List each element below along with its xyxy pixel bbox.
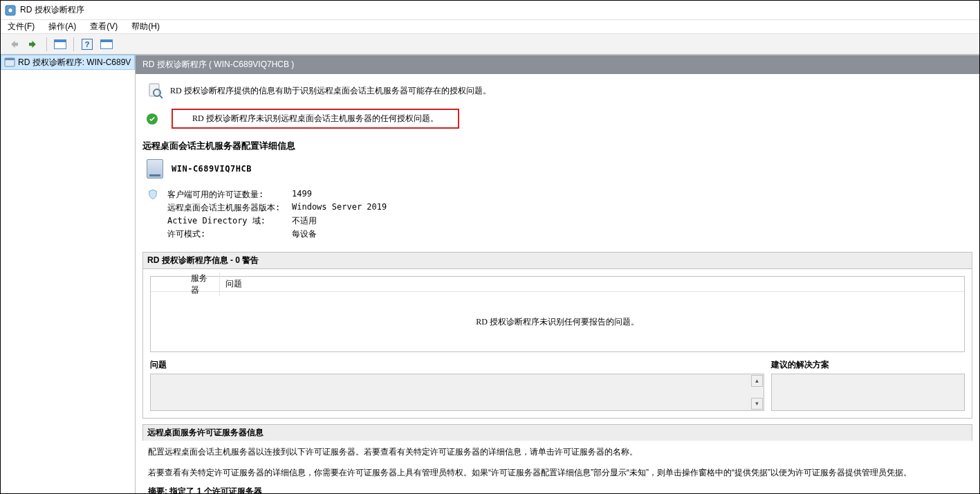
license-server-panel-title: 远程桌面服务许可证服务器信息 [142, 424, 972, 441]
problem-textarea[interactable]: ▲ ▼ [150, 374, 764, 411]
back-button[interactable] [5, 36, 23, 53]
tree-node-icon [4, 57, 15, 68]
svg-point-1 [8, 8, 13, 12]
problem-label: 问题 [150, 359, 764, 371]
content-body: RD 授权诊断程序提供的信息有助于识别远程桌面会话主机服务器可能存在的授权问题。… [136, 74, 979, 493]
license-summary: 摘要: 指定了 1 个许可证服务器 [148, 484, 967, 493]
main-area: RD 授权诊断程序: WIN-C689V RD 授权诊断程序 ( WIN-C68… [1, 55, 979, 493]
window-icon [54, 39, 66, 49]
svg-line-6 [160, 95, 163, 98]
grid-empty-message: RD 授权诊断程序未识别任何要报告的问题。 [151, 292, 964, 351]
toolbar: ? [1, 34, 979, 55]
detail-row: 客户端可用的许可证数量: 1499 [167, 188, 387, 201]
menu-action[interactable]: 操作(A) [46, 21, 79, 33]
tree-item-rd-diag[interactable]: RD 授权诊断程序: WIN-C689V [1, 55, 135, 70]
detail-row: 远程桌面会话主机服务器版本: Windows Server 2019 [167, 201, 387, 214]
warnings-grid[interactable]: 服务器 问题 RD 授权诊断程序未识别任何要报告的问题。 [150, 276, 965, 352]
problem-box: 问题 ▲ ▼ [150, 359, 764, 411]
content-pane: RD 授权诊断程序 ( WIN-C689VIQ7HCB ) RD 授权诊断程序提… [136, 55, 979, 493]
scroll-down-button[interactable]: ▼ [751, 398, 763, 410]
grid-header: 服务器 问题 [151, 277, 964, 292]
server-row: WIN-C689VIQ7HCB [142, 159, 972, 179]
intro-row: RD 授权诊断程序提供的信息有助于识别远程桌面会话主机服务器可能存在的授权问题。 [142, 82, 972, 99]
ad-value: 不适用 [292, 214, 387, 228]
forward-button[interactable] [24, 36, 42, 53]
frame-button-2[interactable] [98, 36, 115, 53]
col-issue[interactable]: 问题 [220, 278, 248, 290]
content-header: RD 授权诊断程序 ( WIN-C689VIQ7HCB ) [136, 55, 979, 74]
detail-row: Active Directory 域: 不适用 [167, 214, 387, 228]
license-server-text: 配置远程桌面会话主机服务器以连接到以下许可证服务器。若要查看有关特定许可证服务器… [142, 441, 972, 493]
problem-solution-row: 问题 ▲ ▼ 建议的解决方案 [150, 359, 965, 411]
shield-icon [147, 188, 159, 201]
license-text-line1: 配置远程桌面会话主机服务器以连接到以下许可证服务器。若要查看有关特定许可证服务器… [148, 445, 967, 460]
scroll-up-button[interactable]: ▲ [751, 375, 763, 387]
toolbar-separator [46, 37, 47, 51]
warnings-panel-title: RD 授权诊断程序信息 - 0 警告 [142, 252, 972, 268]
tree-item-label: RD 授权诊断程序: WIN-C689V [18, 57, 131, 68]
licenses-value: 1499 [292, 188, 387, 201]
config-details: 客户端可用的许可证数量: 1499 远程桌面会话主机服务器版本: Windows… [142, 188, 972, 241]
licenses-label: 客户端可用的许可证数量: [167, 188, 292, 201]
arrow-left-icon [8, 38, 20, 51]
sidebar: RD 授权诊断程序: WIN-C689V [1, 55, 136, 493]
license-text-line2: 若要查看有关特定许可证服务器的详细信息，你需要在许可证服务器上具有管理员特权。如… [148, 466, 967, 481]
app-icon [5, 5, 16, 16]
menu-file[interactable]: 文件(F) [5, 21, 37, 33]
help-button[interactable]: ? [78, 36, 96, 53]
svg-rect-3 [5, 58, 15, 60]
solution-box: 建议的解决方案 [771, 359, 965, 411]
status-row: RD 授权诊断程序未识别远程桌面会话主机服务器的任何授权问题。 [142, 109, 972, 129]
toolbar-separator [73, 37, 74, 51]
ad-label: Active Directory 域: [167, 214, 292, 228]
menubar: 文件(F) 操作(A) 查看(V) 帮助(H) [1, 20, 979, 34]
status-message: RD 授权诊断程序未识别远程桌面会话主机服务器的任何授权问题。 [172, 109, 459, 129]
config-section-title: 远程桌面会话主机服务器配置详细信息 [142, 140, 972, 152]
intro-text: RD 授权诊断程序提供的信息有助于识别远程桌面会话主机服务器可能存在的授权问题。 [170, 85, 491, 97]
scrollbar[interactable]: ▲ ▼ [751, 375, 763, 410]
mode-label: 许可模式: [167, 228, 292, 241]
version-value: Windows Server 2019 [292, 201, 387, 214]
check-ok-icon [147, 113, 158, 125]
arrow-right-icon [27, 38, 39, 51]
solution-label: 建议的解决方案 [771, 359, 965, 371]
help-icon: ? [82, 39, 93, 50]
window-title: RD 授权诊断程序 [20, 4, 84, 16]
titlebar: RD 授权诊断程序 [1, 1, 979, 20]
menu-view[interactable]: 查看(V) [87, 21, 120, 33]
search-doc-icon [147, 82, 163, 99]
warnings-panel: 服务器 问题 RD 授权诊断程序未识别任何要报告的问题。 问题 ▲ ▼ [142, 268, 972, 419]
mode-value: 每设备 [292, 228, 387, 241]
menu-help[interactable]: 帮助(H) [129, 21, 163, 33]
window-icon [100, 39, 113, 49]
version-label: 远程桌面会话主机服务器版本: [167, 201, 292, 214]
frame-button-1[interactable] [51, 36, 69, 53]
detail-row: 许可模式: 每设备 [167, 228, 387, 241]
server-name: WIN-C689VIQ7HCB [172, 164, 252, 174]
solution-textarea[interactable] [771, 374, 965, 411]
server-icon [147, 159, 163, 179]
